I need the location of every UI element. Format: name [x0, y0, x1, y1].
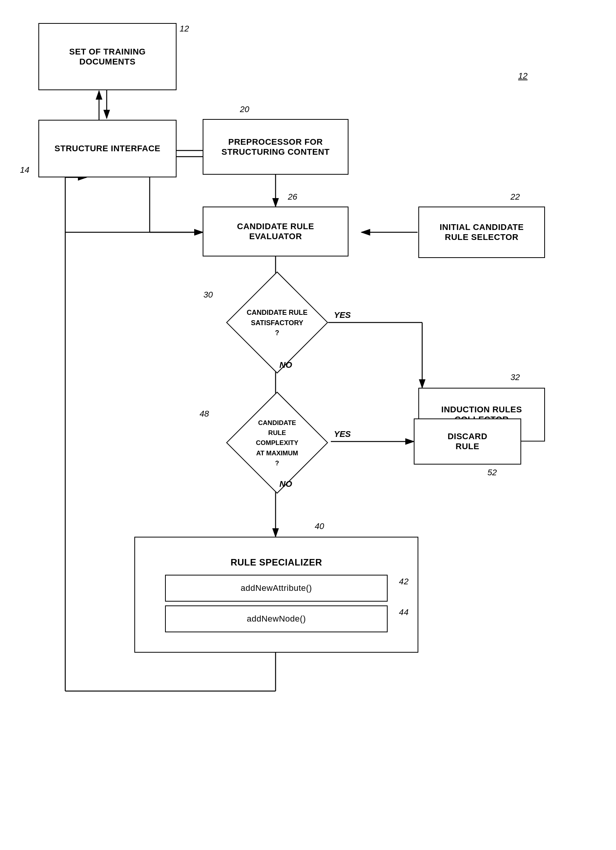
yes2-label: YES: [334, 429, 351, 439]
ref-10: 12: [518, 71, 527, 81]
rule-specializer-label: RULE SPECIALIZER: [231, 557, 322, 568]
ref-14: 14: [20, 165, 29, 175]
structure-interface-box: STRUCTURE INTERFACE: [38, 120, 177, 177]
preprocessor-box: PREPROCESSOR FOR STRUCTURING CONTENT: [203, 119, 348, 175]
no2-label: NO: [279, 479, 292, 489]
ref-42: 42: [399, 577, 409, 587]
diagram-container: 12 SET OF TRAINING DOCUMENTS 12 STRUCTUR…: [0, 0, 616, 850]
training-docs-box: SET OF TRAINING DOCUMENTS: [38, 23, 177, 90]
decision1-text: CANDIDATE RULE SATISFACTORY ?: [246, 307, 308, 337]
ref-12: 12: [180, 24, 189, 34]
decision2-diamond: CANDIDATE RULE COMPLEXITY AT MAXIMUM ?: [220, 405, 335, 480]
discard-rule-box: DISCARD RULE: [414, 418, 521, 465]
ref-20: 20: [240, 104, 249, 114]
add-attribute-box: addNewAttribute(): [165, 575, 388, 602]
decision2-text: CANDIDATE RULE COMPLEXITY AT MAXIMUM ?: [246, 417, 308, 467]
yes1-label: YES: [334, 310, 351, 320]
initial-candidate-box: INITIAL CANDIDATE RULE SELECTOR: [418, 207, 545, 258]
no1-label: NO: [279, 360, 292, 370]
add-node-box: addNewNode(): [165, 605, 388, 632]
ref-32: 32: [510, 372, 520, 382]
ref-44: 44: [399, 607, 409, 617]
ref-40: 40: [315, 521, 324, 531]
ref-52: 52: [487, 468, 497, 478]
ref-26: 26: [288, 192, 297, 202]
candidate-rule-evaluator-box: CANDIDATE RULE EVALUATOR: [203, 207, 348, 256]
rule-specializer-box: RULE SPECIALIZER addNewAttribute() 42 ad…: [134, 537, 418, 653]
ref-30: 30: [203, 290, 213, 300]
ref-22: 22: [510, 192, 520, 202]
decision1-diamond: CANDIDATE RULE SATISFACTORY ?: [223, 286, 331, 359]
ref-48: 48: [200, 409, 209, 419]
